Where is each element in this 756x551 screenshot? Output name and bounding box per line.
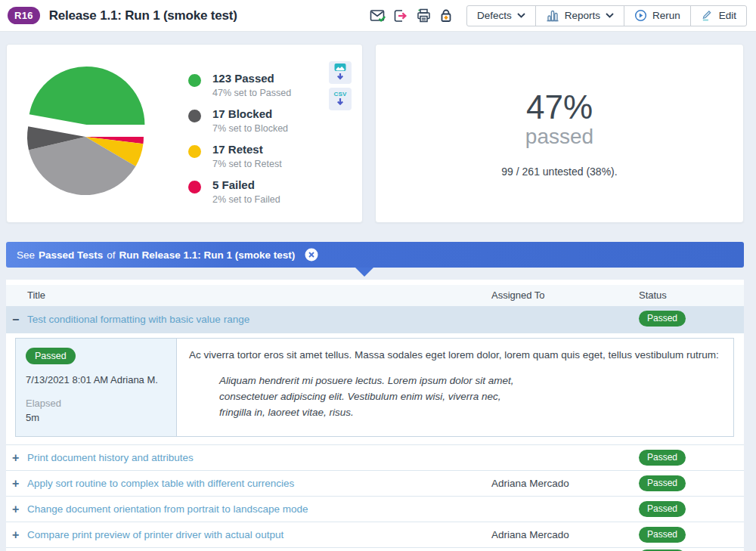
export-image-icon	[333, 63, 348, 82]
assigned-to-value: Adriana Mercado	[491, 529, 569, 540]
banner-filter-name: Passed Tests	[39, 249, 103, 261]
tests-table: Title Assigned To Status − Test conditio…	[6, 280, 744, 551]
chevron-down-icon	[517, 13, 525, 18]
pass-rate-card: 47% passed 99 / 261 untested (38%).	[375, 44, 744, 223]
defects-dropdown[interactable]: Defects	[466, 5, 536, 26]
results-pie-chart	[7, 46, 167, 215]
comment-text: Ac viverra tortor eros sit amet tellus. …	[189, 348, 721, 362]
status-badge: Passed	[26, 348, 76, 364]
expand-toggle-icon[interactable]: +	[12, 502, 24, 517]
status-badge: Passed	[639, 311, 686, 327]
test-detail-box: Passed 7/13/2021 8:01 AM Adriana M. Elap…	[15, 338, 734, 437]
column-header-status: Status	[639, 289, 667, 301]
column-header-assigned: Assigned To	[491, 289, 545, 301]
legend-sub-label: 47% set to Passed	[212, 88, 291, 98]
rerun-button[interactable]: Rerun	[624, 5, 691, 26]
banner-pointer	[355, 268, 373, 277]
status-badge: Passed	[639, 501, 686, 517]
download-arrow-icon	[333, 98, 348, 107]
test-title-link[interactable]: Apply sort routine to complex table with…	[27, 478, 294, 489]
rerun-label: Rerun	[652, 10, 680, 21]
export-forward-icon[interactable]	[391, 6, 411, 26]
test-title-link[interactable]: Compare print preview of printer driver …	[27, 529, 284, 540]
table-row-expanded: − Test conditional formatting with basic…	[6, 306, 744, 333]
reports-icon	[546, 10, 559, 22]
legend-dot-icon	[188, 74, 201, 87]
expand-toggle-icon[interactable]: +	[12, 450, 24, 466]
untested-summary: 99 / 261 untested (38%).	[501, 166, 617, 178]
edit-pencil-icon	[701, 9, 714, 22]
test-title-link[interactable]: Change document orientation from portrai…	[27, 503, 308, 515]
test-title-link[interactable]: Print document history and attributes	[27, 452, 194, 463]
defects-label: Defects	[477, 10, 512, 21]
legend-sub-label: 7% set to Blocked	[212, 123, 288, 134]
export-csv-button[interactable]: CSV	[329, 88, 352, 110]
assigned-to-value: Adriana Mercado	[491, 478, 569, 489]
result-timestamp: 7/13/2021 8:01 AM Adriana M.	[26, 374, 166, 385]
legend-sub-label: 7% set to Retest	[212, 159, 282, 169]
legend-item-passed: 123 Passed47% set to Passed	[188, 72, 291, 98]
legend-count-label: 5 Failed	[212, 178, 255, 191]
reports-label: Reports	[565, 10, 600, 21]
pass-rate-label: passed	[525, 125, 593, 149]
test-detail-panel: Passed 7/13/2021 8:01 AM Adriana M. Elap…	[6, 333, 744, 444]
elapsed-value: 5m	[26, 412, 166, 423]
lock-push-icon[interactable]	[436, 6, 456, 26]
mail-check-icon[interactable]	[368, 6, 388, 26]
status-badge: Passed	[639, 475, 686, 491]
table-row: +Print document history and attributesPa…	[6, 445, 744, 471]
rerun-play-icon	[634, 9, 647, 22]
toolbar-button-group: Defects Reports Rerun	[466, 5, 747, 26]
pie-slice-passed	[29, 67, 145, 125]
results-chart-card: 123 Passed47% set to Passed17 Blocked7% …	[6, 44, 363, 223]
test-detail-meta: Passed 7/13/2021 8:01 AM Adriana M. Elap…	[16, 339, 177, 436]
print-icon[interactable]	[414, 6, 433, 26]
status-badge: Passed	[639, 527, 686, 543]
legend-count-label: 17 Blocked	[212, 107, 272, 120]
banner-see: See	[17, 249, 35, 261]
legend-item-failed: 5 Failed2% set to Failed	[188, 178, 291, 205]
legend-count-label: 17 Retest	[212, 143, 263, 156]
table-header: Title Assigned To Status	[6, 285, 744, 306]
banner-of: of	[107, 249, 115, 261]
legend-dot-icon	[188, 110, 201, 122]
test-detail-comment: Ac viverra tortor eros sit amet tellus. …	[177, 339, 733, 436]
expand-toggle-icon[interactable]: +	[12, 476, 24, 491]
comment-quote: Aliquam hendrerit mi posuere lectus. Lor…	[219, 373, 721, 420]
csv-icon: CSV	[333, 91, 346, 98]
toolbar: Defects Reports Rerun	[368, 5, 747, 26]
status-badge: Passed	[639, 450, 686, 466]
legend-dot-icon	[188, 145, 201, 158]
table-rows: +Print document history and attributesPa…	[6, 444, 744, 551]
chart-legend: 123 Passed47% set to Passed17 Blocked7% …	[188, 72, 291, 214]
legend-dot-icon	[188, 181, 201, 193]
top-bar: R16 Release 1.1: Run 1 (smoke test)	[0, 0, 756, 32]
page-title: Release 1.1: Run 1 (smoke test)	[49, 8, 237, 23]
edit-button[interactable]: Edit	[690, 5, 747, 26]
legend-item-blocked: 17 Blocked7% set to Blocked	[188, 107, 291, 134]
reports-dropdown[interactable]: Reports	[535, 5, 624, 26]
filter-banner: See Passed Tests of Run Release 1.1: Run…	[6, 242, 744, 268]
run-id-badge: R16	[8, 7, 40, 24]
legend-item-retest: 17 Retest7% set to Retest	[188, 143, 291, 169]
test-title-link[interactable]: Test conditional formatting with basic v…	[27, 314, 249, 325]
table-row: +Compare print preview of printer driver…	[6, 522, 744, 548]
close-icon[interactable]	[305, 248, 318, 262]
chevron-down-icon	[606, 13, 614, 18]
expand-toggle-icon[interactable]: +	[12, 528, 24, 543]
legend-sub-label: 2% set to Failed	[212, 194, 280, 205]
export-image-button[interactable]	[329, 61, 352, 84]
edit-label: Edit	[719, 10, 736, 21]
table-row: +Apply sort routine to complex table wit…	[6, 471, 744, 497]
elapsed-label: Elapsed	[26, 398, 166, 409]
table-row: +Change document orientation from portra…	[6, 497, 744, 522]
chart-export-buttons: CSV	[329, 61, 352, 110]
column-header-title: Title	[27, 289, 45, 301]
legend-count-label: 123 Passed	[212, 72, 274, 85]
banner-run-name: Run Release 1.1: Run 1 (smoke test)	[119, 249, 296, 261]
table-row-partial: Passed	[6, 548, 744, 551]
pass-rate-percent: 47%	[526, 90, 593, 125]
collapse-toggle-icon[interactable]: −	[12, 312, 24, 327]
